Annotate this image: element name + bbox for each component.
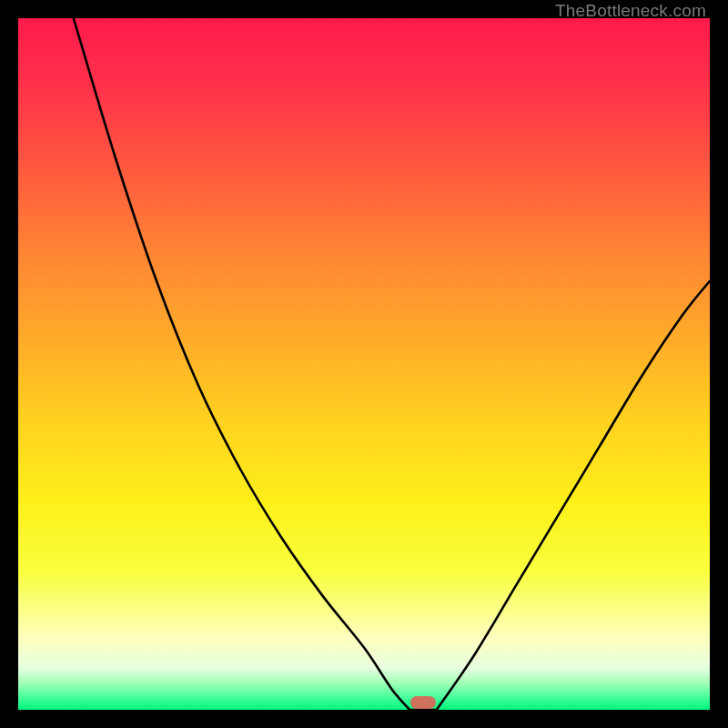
bottleneck-curve — [18, 18, 710, 710]
plot-area — [18, 18, 710, 710]
chart-frame: TheBottleneck.com — [0, 0, 728, 728]
optimal-point-marker — [410, 696, 436, 709]
curve-path — [74, 18, 710, 714]
